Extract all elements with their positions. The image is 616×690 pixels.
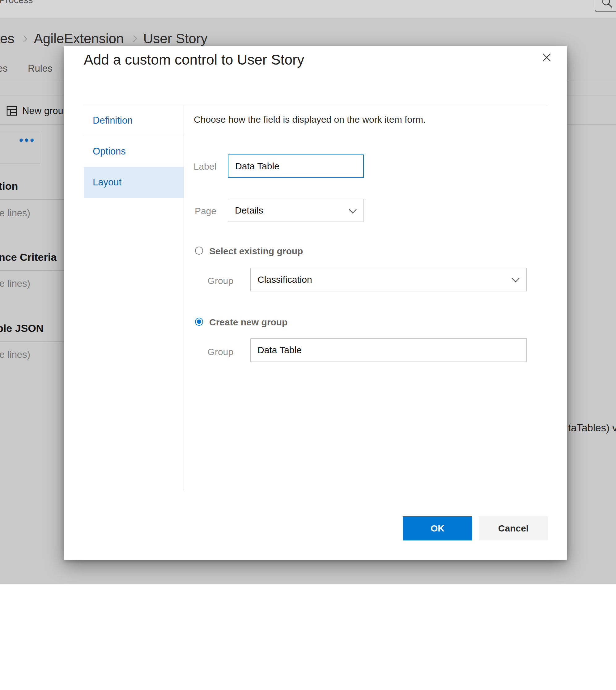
select-existing-group-label[interactable]: Select existing group	[209, 246, 303, 257]
page-bottom-whitespace	[0, 584, 616, 690]
section-meta-fragment: e lines)	[0, 278, 30, 289]
dialog-title: Add a custom control to User Story	[84, 51, 304, 68]
app-title: Process	[0, 0, 33, 5]
breadcrumb-item-agileextension[interactable]: AgileExtension	[34, 31, 124, 46]
new-group-field-label: Group	[183, 347, 233, 357]
divider	[0, 199, 66, 200]
section-title-fragment: tion	[0, 180, 18, 192]
add-custom-control-dialog: Add a custom control to User Story Defin…	[64, 46, 567, 560]
cancel-button[interactable]: Cancel	[479, 516, 548, 540]
select-existing-group-radio[interactable]	[195, 247, 203, 254]
page-field-label: Page	[166, 206, 216, 216]
chevron-down-icon	[511, 274, 519, 282]
tab-definition[interactable]: Definition	[84, 105, 183, 136]
divider	[0, 341, 66, 342]
close-icon	[542, 52, 552, 63]
existing-group-dropdown[interactable]: Classification	[250, 268, 527, 291]
background-text-fragment: taTables) v	[568, 422, 616, 434]
close-button[interactable]	[540, 50, 554, 65]
section-meta-fragment: e lines)	[0, 349, 30, 360]
table-grid-icon	[6, 105, 17, 116]
section-title-fragment: ble JSON	[0, 322, 44, 334]
ok-button[interactable]: OK	[403, 516, 472, 540]
page-tab-fragment[interactable]: es	[0, 63, 8, 74]
existing-group-dropdown-value: Classification	[258, 274, 312, 285]
chevron-right-icon	[21, 35, 27, 42]
dialog-tab-rail: Definition Options Layout	[84, 105, 183, 198]
divider	[0, 270, 66, 271]
chevron-right-icon	[130, 35, 137, 42]
create-new-group-label[interactable]: Create new group	[209, 317, 287, 328]
breadcrumb: es AgileExtension User Story	[0, 30, 207, 48]
new-group-name-input[interactable]	[250, 338, 527, 362]
new-group-label: New group	[22, 105, 69, 116]
breadcrumb-item-user-story[interactable]: User Story	[144, 31, 208, 46]
ellipsis-menu-icon[interactable]: •••	[19, 134, 36, 147]
page-dropdown-value: Details	[235, 205, 263, 216]
breadcrumb-item-processes[interactable]: es	[0, 31, 14, 46]
chevron-down-icon	[349, 205, 356, 213]
label-field-label: Label	[166, 161, 216, 172]
search-icon	[600, 0, 614, 10]
create-new-group-radio[interactable]	[195, 318, 203, 326]
label-input[interactable]	[228, 155, 364, 178]
existing-group-field-label: Group	[183, 276, 233, 286]
top-bar: Process	[0, 0, 616, 18]
page-dropdown[interactable]: Details	[228, 199, 364, 222]
section-meta-fragment: e lines)	[0, 208, 30, 219]
section-title-fragment: nce Criteria	[0, 251, 57, 263]
dialog-heading: Choose how the field is displayed on the…	[194, 114, 425, 125]
page-tab-rules[interactable]: Rules	[28, 63, 52, 74]
